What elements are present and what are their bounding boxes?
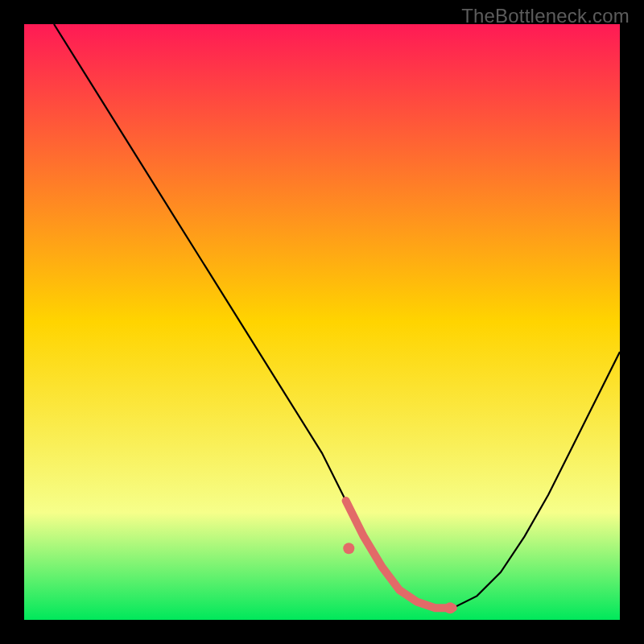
chart-svg: [24, 24, 620, 620]
gradient-background: [24, 24, 620, 620]
chart-frame: TheBottleneck.com: [0, 0, 644, 644]
accent-dot: [444, 602, 456, 613]
watermark-text: TheBottleneck.com: [461, 5, 630, 27]
plot-area: [24, 24, 620, 620]
accent-dot: [343, 543, 354, 554]
